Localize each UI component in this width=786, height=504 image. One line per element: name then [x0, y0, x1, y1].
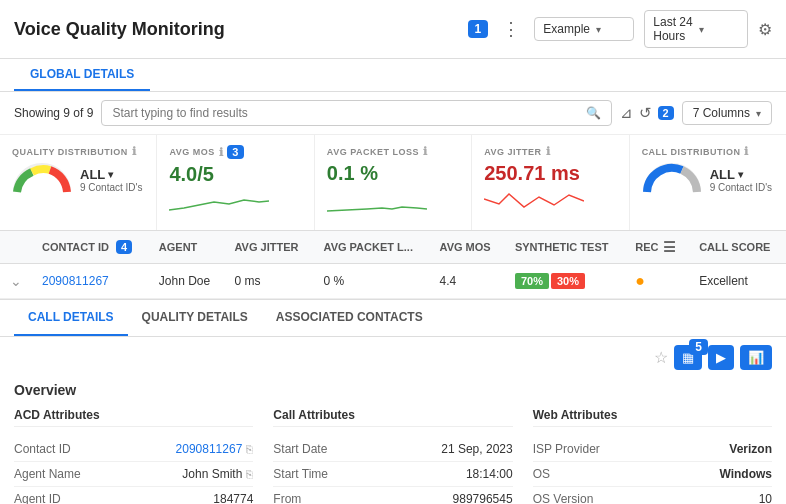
filter-icon[interactable]: ⊿ — [620, 104, 633, 122]
columns-select[interactable]: 7 Columns ▾ — [682, 101, 772, 125]
quality-gauge — [12, 162, 72, 197]
global-details-tab[interactable]: GLOBAL DETAILS — [14, 59, 150, 91]
agent-cell: John Doe — [149, 264, 225, 299]
time-range-select[interactable]: Last 24 Hours ▾ — [644, 10, 748, 48]
attr-os-version-value: 10 — [759, 492, 772, 504]
attr-agent-name-value: John Smith ⎘ — [182, 467, 253, 481]
copy-icon[interactable]: ⎘ — [246, 443, 253, 455]
search-box[interactable]: 🔍 — [101, 100, 611, 126]
avg-mos-cell: 4.4 — [430, 264, 505, 299]
copy-icon[interactable]: ⎘ — [246, 468, 253, 480]
attr-agent-id: Agent ID 184774 — [14, 487, 253, 504]
audio-button[interactable]: ▶ — [708, 345, 734, 370]
badge-1: 1 — [468, 20, 489, 38]
attr-os-version: OS Version 10 — [533, 487, 772, 504]
attr-isp-value: Verizon — [729, 442, 772, 456]
example-select[interactable]: Example ▾ — [534, 17, 634, 41]
acd-title: ACD Attributes — [14, 408, 253, 427]
row-expand-icon[interactable]: ⌄ — [10, 273, 22, 289]
detail-content: ☆ 5 ▦ ▶ 📊 Overview ACD Attributes Contac… — [0, 337, 786, 504]
rec-header: REC ☰ — [625, 231, 689, 264]
avg-jitter-cell: 0 ms — [224, 264, 313, 299]
attr-start-date-label: Start Date — [273, 442, 327, 456]
contact-id-cell: 2090811267 — [32, 264, 149, 299]
mos-sparkline — [169, 190, 301, 220]
synthetic-test-header: SYNTHETIC TEST — [505, 231, 625, 264]
attr-contact-id-value: 2090811267 ⎘ — [176, 442, 254, 456]
example-select-label: Example — [543, 22, 590, 36]
tab-quality-details[interactable]: QUALITY DETAILS — [128, 300, 262, 336]
chevron-down-icon: ▾ — [756, 108, 761, 119]
attr-agent-id-label: Agent ID — [14, 492, 61, 504]
search-icon: 🔍 — [586, 106, 601, 120]
attr-from: From 989796545 — [273, 487, 512, 504]
call-score-cell: Excellent — [689, 264, 786, 299]
avg-mos-value: 4.0/5 — [169, 163, 301, 186]
rec-indicator: ● — [635, 272, 645, 289]
call-gauge — [642, 162, 702, 197]
more-options-icon[interactable]: ⋮ — [498, 18, 524, 40]
time-range-label: Last 24 Hours — [653, 15, 693, 43]
contacts-table: CONTACT ID 4 AGENT AVG JITTER AVG PACKET… — [0, 231, 786, 299]
table-row: ⌄ 2090811267 John Doe 0 ms 0 % 4.4 70% 3… — [0, 264, 786, 299]
attr-from-value: 989796545 — [453, 492, 513, 504]
chart-button[interactable]: 📊 — [740, 345, 772, 370]
avg-mos-card: AVG MOS ℹ 3 4.0/5 — [157, 135, 314, 230]
info-icon[interactable]: ℹ — [219, 146, 224, 159]
showing-count: Showing 9 of 9 — [14, 106, 93, 120]
attr-isp-label: ISP Provider — [533, 442, 600, 456]
agent-header: AGENT — [149, 231, 225, 264]
avg-mos-label: AVG MOS ℹ 3 — [169, 145, 301, 159]
info-icon[interactable]: ℹ — [132, 145, 137, 158]
avg-packet-loss-label: AVG PACKET LOSS ℹ — [327, 145, 459, 158]
tab-call-details[interactable]: CALL DETAILS — [14, 300, 128, 336]
quality-distribution-card: QUALITY DISTRIBUTION ℹ ALL ▾ — [0, 135, 157, 230]
synthetic-red-bar: 30% — [551, 273, 585, 289]
attr-os-version-label: OS Version — [533, 492, 594, 504]
avg-jitter-card: AVG JITTER ℹ 250.71 ms — [472, 135, 629, 230]
attr-start-time: Start Time 18:14:00 — [273, 462, 512, 487]
quality-sub: 9 Contact ID's — [80, 182, 143, 193]
refresh-icon[interactable]: ↺ — [639, 104, 652, 122]
columns-label: 7 Columns — [693, 106, 750, 120]
filter-settings-icon[interactable]: ⚙ — [758, 20, 772, 39]
attr-os: OS Windows — [533, 462, 772, 487]
call-sub: 9 Contact ID's — [710, 182, 773, 193]
rec-cell: ● — [625, 264, 689, 299]
call-attributes: Call Attributes Start Date 21 Sep, 2023 … — [273, 408, 512, 504]
badge-5: 5 — [689, 339, 708, 355]
table-toolbar: Showing 9 of 9 🔍 ⊿ ↺ 2 7 Columns ▾ — [0, 92, 786, 135]
avg-packet-loss-cell: 0 % — [314, 264, 430, 299]
search-input[interactable] — [112, 106, 579, 120]
attr-agent-name: Agent Name John Smith ⎘ — [14, 462, 253, 487]
column-menu-icon[interactable]: ☰ — [663, 239, 676, 255]
data-table-section: CONTACT ID 4 AGENT AVG JITTER AVG PACKET… — [0, 231, 786, 299]
attr-agent-id-value: 184774 — [213, 492, 253, 504]
web-attributes: Web Attributes ISP Provider Verizon OS W… — [533, 408, 772, 504]
attr-start-time-label: Start Time — [273, 467, 328, 481]
call-all: ALL ▾ — [710, 167, 773, 182]
badge-2: 2 — [658, 106, 674, 120]
attr-os-value: Windows — [719, 467, 772, 481]
quality-distribution-label: QUALITY DISTRIBUTION ℹ — [12, 145, 144, 158]
jitter-sparkline — [484, 189, 616, 219]
avg-jitter-value: 250.71 ms — [484, 162, 616, 185]
detail-tabs: CALL DETAILS QUALITY DETAILS ASSOCIATED … — [0, 300, 786, 337]
global-details-section: GLOBAL DETAILS Showing 9 of 9 🔍 ⊿ ↺ 2 7 … — [0, 59, 786, 300]
app-header: Voice Quality Monitoring 1 ⋮ Example ▾ L… — [0, 0, 786, 59]
info-icon[interactable]: ℹ — [423, 145, 428, 158]
attr-start-time-value: 18:14:00 — [466, 467, 513, 481]
info-icon[interactable]: ℹ — [744, 145, 749, 158]
overview-title: Overview — [14, 378, 772, 408]
attr-start-date-value: 21 Sep, 2023 — [441, 442, 512, 456]
info-icon[interactable]: ℹ — [546, 145, 551, 158]
app-title: Voice Quality Monitoring — [14, 19, 458, 40]
call-score-header: CALL SCORE — [689, 231, 786, 264]
tab-associated-contacts[interactable]: ASSOCIATED CONTACTS — [262, 300, 437, 336]
badge-4: 4 — [116, 240, 132, 254]
call-distribution-label: CALL DISTRIBUTION ℹ — [642, 145, 774, 158]
contact-id-link[interactable]: 2090811267 — [42, 274, 109, 288]
bookmark-button[interactable]: ☆ — [654, 348, 668, 367]
avg-packet-loss-header: AVG PACKET L... — [314, 231, 430, 264]
attr-contact-id-label: Contact ID — [14, 442, 71, 456]
